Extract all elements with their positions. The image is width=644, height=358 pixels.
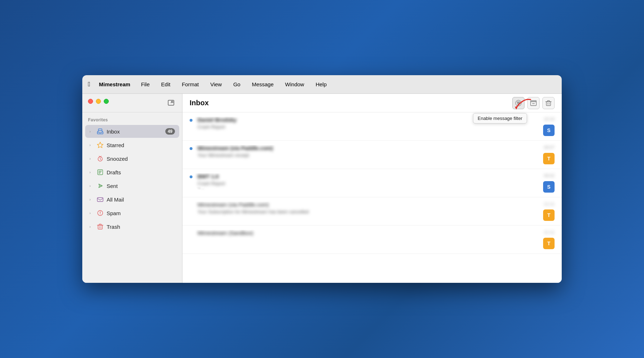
email-item[interactable]: Mimestream (Sandbox) 11:11 T [182, 226, 562, 254]
menu-bar:  Mimestream File Edit Format View Go Me… [82, 75, 562, 94]
avatar: S [543, 181, 555, 193]
email-from: Mimestream (via Paddle.com) [197, 145, 539, 151]
reply-indicator: ↪ ... [197, 186, 539, 190]
avatar: T [543, 153, 555, 164]
chevron-icon: › [89, 211, 94, 215]
unread-dot [190, 117, 193, 136]
svg-rect-7 [98, 225, 102, 229]
sent-label: Sent [107, 183, 175, 189]
avatar: T [543, 238, 555, 249]
allmail-label: All Mail [107, 197, 175, 203]
unread-indicator [190, 230, 193, 249]
email-from: Mimestream (via Paddle.com) [197, 202, 539, 208]
archive-button[interactable] [527, 97, 540, 109]
email-item[interactable]: Mimestream (via Paddle.com) Your Subscri… [182, 197, 562, 226]
sidebar-item-spam[interactable]: › Spam [85, 207, 179, 219]
filter-icon [515, 100, 522, 106]
chevron-icon: › [89, 184, 94, 188]
sidebar-item-sent[interactable]: › Sent [85, 179, 179, 192]
menu-help[interactable]: Help [313, 80, 329, 89]
maximize-button[interactable] [104, 99, 109, 104]
spam-label: Spam [107, 210, 175, 216]
inbox-title: Inbox [190, 99, 512, 107]
email-meta: 10:10 S [543, 117, 555, 136]
svg-marker-1 [97, 142, 103, 148]
email-area: Inbox Enable message filter [182, 94, 562, 283]
sidebar-item-drafts[interactable]: › Drafts [85, 166, 179, 179]
unread-indicator [190, 202, 193, 221]
svg-rect-4 [97, 198, 103, 202]
sidebar-item-starred[interactable]: › Starred [85, 139, 179, 151]
sidebar-item-trash[interactable]: › Trash [85, 220, 179, 233]
email-subject: Your Mimestream receipt [197, 153, 539, 158]
svg-rect-13 [531, 101, 536, 102]
trash-label: Trash [107, 224, 175, 230]
email-time: 10:10 [544, 117, 555, 122]
email-time: 11:11 [544, 202, 555, 207]
email-meta: 09:07 T [543, 145, 555, 164]
minimize-button[interactable] [96, 99, 101, 104]
menu-go[interactable]: Go [231, 80, 243, 89]
chevron-icon: › [89, 130, 94, 134]
menu-edit[interactable]: Edit [159, 80, 172, 89]
email-subject: Your Subscription for Mimestream has bee… [197, 209, 539, 214]
menu-window[interactable]: Window [283, 80, 306, 89]
email-list: Daniel Brodsky Crash Report 10:10 S Mime… [182, 112, 562, 283]
unread-dot [190, 173, 193, 193]
drafts-icon [97, 169, 104, 176]
compose-icon [168, 100, 174, 106]
sidebar: Favorites › Inbox 49 › [82, 94, 182, 283]
delete-button[interactable] [542, 97, 555, 109]
menu-message[interactable]: Message [250, 80, 276, 89]
app-window:  Mimestream File Edit Format View Go Me… [82, 75, 562, 283]
email-content: Mimestream (via Paddle.com) Your Subscri… [193, 202, 543, 221]
menu-format[interactable]: Format [180, 80, 201, 89]
app-name: Mimestream [99, 81, 131, 87]
close-button[interactable] [88, 99, 93, 104]
traffic-lights [88, 99, 109, 104]
compose-button[interactable] [166, 98, 176, 108]
inbox-label: Inbox [107, 129, 162, 135]
email-from: BWT 1.0 [197, 173, 539, 179]
email-item[interactable]: Mimestream (via Paddle.com) Your Mimestr… [182, 141, 562, 169]
email-content: Mimestream (via Paddle.com) Your Mimestr… [193, 145, 543, 164]
chevron-icon: › [89, 143, 94, 147]
email-meta: 09:02 S [543, 173, 555, 193]
avatar: T [543, 209, 555, 221]
snoozed-label: Snoozed [107, 156, 175, 162]
drafts-label: Drafts [107, 169, 175, 175]
svg-rect-14 [546, 102, 551, 106]
filter-button[interactable]: Enable message filter [512, 97, 525, 109]
main-area: Favorites › Inbox 49 › [82, 94, 562, 283]
chevron-icon: › [89, 157, 94, 161]
email-from: Mimestream (Sandbox) [197, 230, 539, 236]
email-time: 09:07 [544, 145, 555, 150]
email-content: BWT 1.0 Crash Report ↪ ... [193, 173, 543, 193]
chevron-icon: › [89, 198, 94, 202]
avatar: S [543, 125, 555, 136]
delete-icon [545, 100, 552, 106]
sidebar-item-inbox[interactable]: › Inbox 49 [85, 125, 179, 138]
email-content: Mimestream (Sandbox) [193, 230, 543, 249]
sidebar-item-snoozed[interactable]: › Snoozed [85, 152, 179, 165]
email-subject: Crash Report [197, 124, 539, 130]
menu-view[interactable]: View [208, 80, 224, 89]
menu-file[interactable]: File [139, 80, 152, 89]
favorites-label: Favorites [82, 112, 182, 125]
email-time: 09:02 [544, 173, 555, 178]
starred-label: Starred [107, 142, 175, 148]
filter-tooltip: Enable message filter [473, 113, 527, 124]
inbox-icon [97, 128, 104, 135]
sent-icon [97, 182, 104, 189]
sidebar-item-allmail[interactable]: › All Mail [85, 193, 179, 206]
email-header: Inbox Enable message filter [182, 94, 562, 112]
star-icon [97, 141, 104, 149]
email-meta: 11:11 T [543, 202, 555, 221]
unread-dot [190, 145, 193, 164]
apple-logo-icon:  [88, 81, 91, 88]
allmail-icon [97, 196, 104, 203]
chevron-icon: › [89, 225, 94, 229]
email-item[interactable]: BWT 1.0 Crash Report ↪ ... 09:02 S [182, 169, 562, 197]
archive-icon [530, 100, 537, 106]
trash-icon [97, 223, 104, 230]
